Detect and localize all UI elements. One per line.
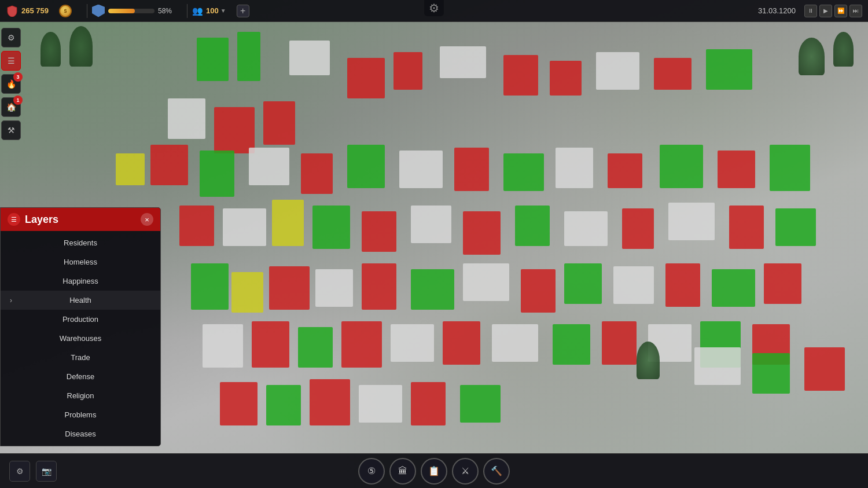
layers-list: Residents Homeless Happiness › Health Pr… <box>1 231 160 446</box>
layers-panel-title: Layers <box>25 214 58 226</box>
health-arrow-icon: › <box>10 296 12 304</box>
coins-value: 265 759 <box>21 6 49 15</box>
playback-controls: ⏸ ▶ ⏩ ⏭ <box>804 5 862 17</box>
scroll-center-button[interactable]: 📋 <box>421 458 447 485</box>
diseases-label: Diseases <box>65 430 95 438</box>
layers-header: ☰ Layers × <box>1 208 160 231</box>
buildings-sidebar-button[interactable]: 🏠 1 <box>1 97 21 117</box>
house-tool-icon: 🏛 <box>398 466 407 476</box>
settings-sidebar-button[interactable]: ⚙ <box>1 28 21 47</box>
coins-section: $ <box>59 5 72 17</box>
layers-sidebar-button[interactable]: ☰ <box>1 51 21 71</box>
hammer-center-button[interactable]: 🔨 <box>483 458 510 485</box>
layer-item-trade[interactable]: Trade <box>1 348 160 367</box>
defense-label: Defense <box>67 372 94 381</box>
bottom-settings-icon: ⚙ <box>16 467 24 476</box>
layers-icon: ☰ <box>8 56 15 65</box>
bottom-camera-icon: 📷 <box>42 467 52 476</box>
layer-item-warehouses[interactable]: Warehouses <box>1 329 160 348</box>
layers-title-area: ☰ Layers <box>8 213 58 226</box>
population-value: 100 <box>206 6 219 15</box>
shield-icon <box>92 5 105 17</box>
settings-icon: ⚙ <box>8 33 15 42</box>
trade-label: Trade <box>71 353 90 362</box>
layers-panel-icon: ☰ <box>8 213 20 226</box>
house-center-button[interactable]: 🏛 <box>389 458 416 485</box>
alerts-sidebar-button[interactable]: 🔥 3 <box>1 74 21 94</box>
coins-icon: $ <box>59 5 72 17</box>
coin-center-button[interactable]: ⑤ <box>358 458 385 485</box>
layer-item-problems[interactable]: Problems <box>1 405 160 424</box>
problems-label: Problems <box>65 410 97 419</box>
center-gear-icon: ⚙ <box>424 0 444 16</box>
add-button[interactable]: + <box>237 5 249 17</box>
left-sidebar: ⚙ ☰ 🔥 3 🏠 1 ⚒ <box>0 22 22 140</box>
tools-sidebar-button[interactable]: ⚒ <box>1 120 21 140</box>
layer-item-defense[interactable]: Defense <box>1 367 160 386</box>
sword-tool-icon: ⚔ <box>461 465 469 476</box>
production-label: Production <box>62 315 98 324</box>
residents-label: Residents <box>64 239 97 247</box>
buildings-icon: 🏠 <box>6 102 16 112</box>
religion-label: Religion <box>67 391 94 400</box>
separator-2 <box>187 4 187 18</box>
tools-icon: ⚒ <box>8 126 15 135</box>
hammer-tool-icon: 🔨 <box>491 465 502 476</box>
layer-item-religion[interactable]: Religion <box>1 386 160 405</box>
layers-close-button[interactable]: × <box>141 213 153 226</box>
health-label: Health <box>69 296 91 304</box>
armor-section: 265 759 <box>6 5 49 17</box>
bottom-settings-button[interactable]: ⚙ <box>9 461 30 482</box>
game-date: 31.03.1200 <box>758 6 796 15</box>
layer-item-diseases[interactable]: Diseases <box>1 424 160 443</box>
shield-section: 58% <box>92 5 172 17</box>
population-dropdown-icon[interactable]: ▼ <box>220 8 226 14</box>
shield-progress-bg <box>108 9 155 13</box>
layer-item-production[interactable]: Production <box>1 310 160 329</box>
fire-icon: 🔥 <box>6 79 16 89</box>
bottom-center-tools: ⑤ 🏛 📋 ⚔ 🔨 <box>358 458 510 485</box>
coin-tool-icon: ⑤ <box>367 465 376 476</box>
fast-forward-button[interactable]: ⏩ <box>834 5 847 17</box>
shield-progress-fill <box>108 9 135 13</box>
scroll-tool-icon: 📋 <box>428 465 440 476</box>
play-button[interactable]: ▶ <box>819 5 832 17</box>
layer-item-homeless[interactable]: Homeless <box>1 252 160 271</box>
alerts-badge: 3 <box>13 72 23 82</box>
bottom-toolbar: ⚙ 📷 ⑤ 🏛 📋 ⚔ 🔨 <box>0 453 868 488</box>
pause-button[interactable]: ⏸ <box>804 5 817 17</box>
skip-button[interactable]: ⏭ <box>849 5 862 17</box>
population-icon: 👥 <box>192 6 203 16</box>
layer-item-residents[interactable]: Residents <box>1 233 160 252</box>
warehouses-label: Warehouses <box>60 334 102 343</box>
layer-item-happiness[interactable]: Happiness <box>1 271 160 291</box>
homeless-label: Homeless <box>64 258 97 266</box>
buildings-badge: 1 <box>13 96 23 105</box>
layers-panel: ☰ Layers × Residents Homeless Happiness … <box>0 207 161 446</box>
population-section: 👥 100 ▼ <box>192 6 226 16</box>
shield-percent: 58% <box>158 7 172 15</box>
armor-icon <box>6 5 19 17</box>
bottom-camera-button[interactable]: 📷 <box>36 461 57 482</box>
sword-center-button[interactable]: ⚔ <box>452 458 479 485</box>
bottom-left-tools: ⚙ 📷 <box>9 461 57 482</box>
separator-1 <box>87 4 87 18</box>
layer-item-health[interactable]: › Health <box>1 291 160 310</box>
happiness-label: Happiness <box>62 277 98 285</box>
